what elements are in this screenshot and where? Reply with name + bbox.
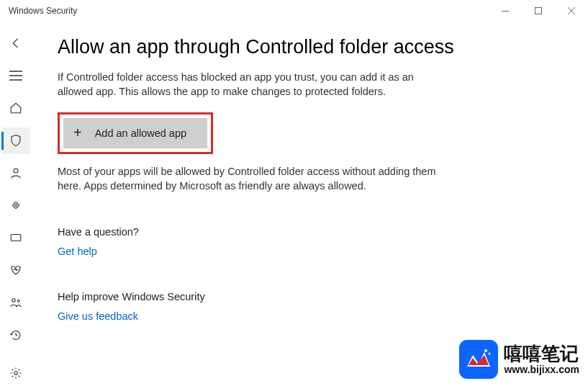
shield-icon[interactable] [1, 127, 30, 154]
svg-point-10 [14, 371, 18, 374]
minimize-button[interactable] [489, 0, 522, 22]
svg-point-12 [489, 353, 491, 355]
svg-rect-7 [11, 234, 21, 241]
svg-rect-1 [535, 8, 542, 14]
close-button[interactable] [555, 0, 588, 22]
watermark-url: www.bijixx.com [504, 364, 579, 375]
watermark-text: 嘻嘻笔记 www.bijixx.com [504, 344, 579, 375]
svg-point-5 [14, 169, 18, 173]
plus-icon: + [73, 125, 82, 141]
watermark: 嘻嘻笔记 www.bijixx.com [459, 340, 579, 379]
family-icon[interactable] [1, 289, 30, 315]
sidebar [0, 22, 32, 386]
window-title: Windows Security [9, 6, 77, 16]
account-icon[interactable] [1, 160, 30, 187]
history-icon[interactable] [1, 321, 30, 348]
add-button-label: Add an allowed app [95, 127, 186, 139]
settings-icon[interactable] [1, 359, 30, 386]
back-button[interactable] [1, 30, 30, 57]
feedback-heading: Help improve Windows Security [58, 291, 559, 302]
page-title: Allow an app through Controlled folder a… [58, 35, 461, 60]
watermark-title: 嘻嘻笔记 [504, 344, 579, 364]
feedback-link[interactable]: Give us feedback [58, 310, 138, 322]
window-controls [489, 0, 588, 22]
app-browser-icon[interactable] [1, 224, 30, 251]
svg-point-6 [15, 204, 17, 206]
home-icon[interactable] [1, 95, 30, 122]
highlight-box: + Add an allowed app [58, 112, 213, 154]
device-health-icon[interactable] [1, 256, 30, 283]
get-help-link[interactable]: Get help [58, 246, 97, 257]
question-heading: Have a question? [58, 226, 559, 238]
add-allowed-app-button[interactable]: + Add an allowed app [63, 118, 207, 148]
svg-point-9 [17, 300, 19, 302]
page-description: If Controlled folder access has blocked … [58, 70, 446, 99]
svg-point-8 [12, 298, 16, 302]
svg-rect-0 [502, 11, 509, 12]
maximize-button[interactable] [522, 0, 555, 22]
titlebar: Windows Security [0, 0, 588, 22]
watermark-logo [459, 340, 498, 379]
firewall-icon[interactable] [1, 192, 30, 219]
svg-point-11 [484, 349, 487, 352]
main-content: Allow an app through Controlled folder a… [32, 22, 588, 386]
note-text: Most of your apps will be allowed by Con… [58, 164, 446, 194]
menu-button[interactable] [1, 63, 30, 89]
